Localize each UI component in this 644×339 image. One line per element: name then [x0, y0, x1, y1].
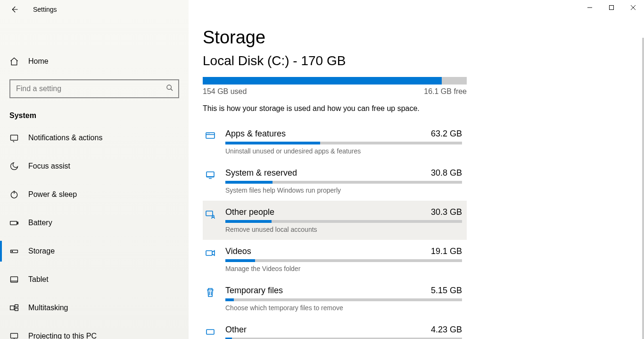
close-button[interactable] — [622, 0, 644, 15]
sidebar-item-battery[interactable]: Battery — [0, 209, 189, 237]
category-hint: Uninstall unused or undesired apps & fea… — [225, 147, 462, 155]
sidebar-item-label: Power & sleep — [28, 190, 77, 199]
sidebar-item-label: Storage — [28, 247, 55, 255]
category-name: Other people — [225, 207, 274, 217]
temp-icon — [205, 287, 216, 298]
svg-rect-10 — [15, 308, 18, 311]
home-icon — [9, 57, 19, 66]
sidebar-item-notifications[interactable]: Notifications & actions — [0, 124, 189, 152]
storage-description: This is how your storage is used and how… — [203, 104, 644, 113]
disk-usage-labels: 154 GB used 16.1 GB free — [203, 87, 467, 96]
page-title: Storage — [203, 27, 644, 48]
category-fill — [225, 298, 234, 301]
projecting-icon — [9, 331, 19, 339]
sidebar: Settings Home System Notifications & act… — [0, 0, 189, 339]
category-hint: Choose which temporary files to remove — [225, 304, 462, 312]
home-label: Home — [28, 57, 49, 66]
category-size: 5.15 GB — [431, 286, 462, 296]
app-title: Settings — [33, 6, 57, 13]
svg-rect-3 — [10, 221, 17, 225]
category-other[interactable]: Other 4.23 GB — [203, 318, 467, 339]
titlebar-left: Settings — [0, 0, 189, 19]
category-body: Other people 30.3 GB Remove unused local… — [225, 207, 462, 233]
category-list: Apps & features 63.2 GB Uninstall unused… — [203, 122, 467, 339]
tablet-icon — [9, 275, 19, 284]
svg-rect-12 — [610, 6, 614, 10]
disk-usage-bar — [203, 77, 467, 85]
category-size: 30.8 GB — [431, 168, 462, 178]
sidebar-item-label: Battery — [28, 219, 52, 227]
scrollbar[interactable] — [642, 38, 644, 339]
sidebar-item-focus-assist[interactable]: Focus assist — [0, 152, 189, 180]
category-hint: System files help Windows run properly — [225, 186, 462, 194]
section-label: System — [0, 111, 189, 120]
back-button[interactable] — [9, 5, 19, 14]
category-fill — [225, 259, 255, 262]
free-label: 16.1 GB free — [424, 87, 467, 96]
search-input[interactable] — [9, 79, 179, 98]
focus-assist-icon — [9, 161, 19, 171]
svg-rect-18 — [206, 330, 214, 334]
category-name: Apps & features — [225, 129, 286, 139]
category-hint: Remove unused local accounts — [225, 226, 462, 233]
category-size: 63.2 GB — [431, 129, 462, 139]
home-nav[interactable]: Home — [0, 47, 189, 76]
svg-rect-9 — [15, 305, 18, 307]
svg-rect-17 — [206, 251, 212, 255]
window-controls — [579, 0, 644, 15]
minimize-button[interactable] — [579, 0, 601, 15]
multitasking-icon — [9, 303, 19, 313]
svg-point-6 — [12, 251, 13, 252]
sidebar-item-multitasking[interactable]: Multitasking — [0, 294, 189, 322]
sidebar-item-tablet[interactable]: Tablet — [0, 265, 189, 294]
category-bar — [225, 181, 462, 184]
category-fill — [225, 142, 320, 144]
category-body: Temporary files 5.15 GB Choose which tem… — [225, 286, 462, 312]
apps-icon — [205, 130, 216, 141]
svg-rect-4 — [17, 222, 18, 224]
storage-icon — [9, 246, 19, 256]
sidebar-item-storage[interactable]: Storage — [0, 237, 189, 265]
category-system[interactable]: System & reserved 30.8 GB System files h… — [203, 161, 467, 201]
category-temp[interactable]: Temporary files 5.15 GB Choose which tem… — [203, 279, 467, 318]
notifications-icon — [9, 133, 19, 143]
category-body: Apps & features 63.2 GB Uninstall unused… — [225, 129, 462, 155]
category-body: Videos 19.1 GB Manage the Videos folder — [225, 246, 462, 272]
category-videos[interactable]: Videos 19.1 GB Manage the Videos folder — [203, 240, 467, 279]
category-body: System & reserved 30.8 GB System files h… — [225, 168, 462, 194]
nav-list: Notifications & actions Focus assist Pow… — [0, 124, 189, 339]
battery-icon — [9, 218, 19, 228]
other-icon — [205, 326, 216, 337]
minimize-icon — [587, 5, 593, 10]
sidebar-item-label: Projecting to this PC — [28, 332, 97, 339]
maximize-button[interactable] — [601, 0, 622, 15]
videos-icon — [205, 247, 216, 259]
power-sleep-icon — [9, 190, 19, 199]
category-size: 4.23 GB — [431, 325, 462, 335]
svg-rect-1 — [11, 135, 18, 140]
svg-rect-13 — [206, 133, 215, 138]
category-size: 19.1 GB — [431, 246, 462, 256]
sidebar-item-projecting[interactable]: Projecting to this PC — [0, 322, 189, 339]
arrow-left-icon — [10, 5, 18, 14]
sidebar-item-label: Multitasking — [28, 304, 68, 312]
category-size: 30.3 GB — [431, 207, 462, 217]
search-wrap — [0, 79, 189, 98]
svg-rect-15 — [206, 211, 213, 216]
sidebar-item-label: Tablet — [28, 275, 49, 284]
disk-usage-fill — [203, 77, 442, 85]
sidebar-item-label: Notifications & actions — [28, 134, 102, 142]
category-other-people[interactable]: Other people 30.3 GB Remove unused local… — [203, 201, 467, 240]
category-hint: Manage the Videos folder — [225, 265, 462, 272]
disk-title: Local Disk (C:) - 170 GB — [203, 53, 644, 68]
sidebar-item-power-sleep[interactable]: Power & sleep — [0, 180, 189, 209]
category-name: System & reserved — [225, 168, 297, 178]
used-label: 154 GB used — [203, 87, 247, 96]
category-name: Other — [225, 325, 247, 335]
close-icon — [630, 5, 636, 10]
svg-rect-7 — [11, 277, 18, 282]
other-people-icon — [205, 208, 216, 220]
category-name: Temporary files — [225, 286, 283, 296]
category-apps[interactable]: Apps & features 63.2 GB Uninstall unused… — [203, 122, 467, 161]
category-bar — [225, 142, 462, 144]
